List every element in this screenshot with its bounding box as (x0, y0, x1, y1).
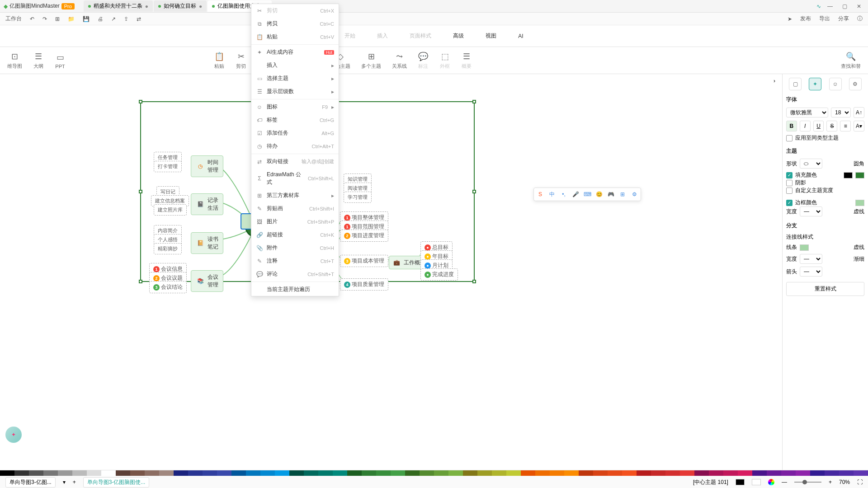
panel-tab-style[interactable]: ▢ (789, 78, 802, 90)
ribbon-boundary[interactable]: ⬚外框 (439, 51, 450, 70)
color-cell[interactable] (535, 470, 550, 476)
leaf-checkin[interactable]: 打卡管理 (154, 161, 182, 172)
bold-button[interactable]: B (786, 121, 797, 131)
fill-color-1[interactable] (844, 172, 853, 178)
publish-button[interactable]: 发布 (798, 14, 813, 23)
menu-item-当前主题开始遍历[interactable]: 当前主题开始遍历 (251, 283, 339, 296)
color-cell[interactable] (391, 470, 405, 476)
minimize-button[interactable]: — (825, 1, 835, 12)
color-cell[interactable] (130, 470, 145, 476)
border-width-select[interactable]: — (800, 206, 822, 216)
color-cell[interactable] (145, 470, 159, 476)
export-icon[interactable]: ↗ (109, 15, 118, 23)
ime-punct-icon[interactable]: •, (559, 190, 568, 199)
leaf-proj-quality[interactable]: 4 项目质量管理 (340, 278, 388, 291)
ribbon-outline[interactable]: ☰大纲 (33, 51, 44, 70)
menu-item-图标[interactable]: ☺图标F9▸ (251, 100, 339, 113)
maximize-button[interactable]: ▢ (839, 1, 850, 12)
align-button[interactable]: ≡ (840, 121, 851, 131)
color-cell[interactable] (564, 470, 579, 476)
menu-item-AI生成内容[interactable]: ✦AI生成内容Hot (251, 46, 339, 59)
color-cell[interactable] (680, 470, 694, 476)
menu-item-插入[interactable]: 插入▸ (251, 59, 339, 72)
leaf-excerpt[interactable]: 精彩摘抄 (154, 243, 182, 254)
sheet-tab-1[interactable]: 单向导图3-亿图... (5, 477, 56, 488)
share-button[interactable]: 分享 (836, 14, 851, 23)
menu-ai[interactable]: AI (514, 31, 527, 41)
color-cell[interactable] (217, 470, 231, 476)
color-cell[interactable] (665, 470, 680, 476)
ribbon-summary[interactable]: ☰概要 (461, 51, 472, 70)
color-cell[interactable] (738, 470, 752, 476)
menu-item-图片[interactable]: 🖼图片Ctrl+Shift+P (251, 215, 339, 228)
menu-start[interactable]: 开始 (341, 30, 359, 42)
color-cell[interactable] (593, 470, 608, 476)
node-time[interactable]: ◷时间 管理 (191, 155, 223, 177)
color-cell[interactable] (116, 470, 130, 476)
menu-insert[interactable]: 插入 (373, 30, 392, 42)
workspace-button[interactable]: 工作台 (4, 14, 24, 23)
color-cell[interactable] (275, 470, 289, 476)
menu-item-添加任务[interactable]: ☑添加任务Alt+G (251, 127, 339, 140)
strike-button[interactable]: S (826, 121, 837, 131)
color-cell[interactable] (289, 470, 304, 476)
menu-advanced[interactable]: 高级 (449, 30, 467, 42)
color-cell[interactable] (781, 470, 796, 476)
panel-collapse-icon[interactable]: › (774, 78, 775, 84)
cloud-sync-icon[interactable]: ∿ (816, 3, 821, 9)
color-cell[interactable] (188, 470, 203, 476)
color-cell[interactable] (637, 470, 651, 476)
color-cell[interactable] (608, 470, 622, 476)
node-meeting[interactable]: 📚会议 管理 (191, 270, 223, 292)
ribbon-mindmap[interactable]: ⊡维导图 (7, 51, 22, 70)
save-icon[interactable]: 💾 (81, 15, 91, 23)
color-cell[interactable] (14, 470, 29, 476)
zoom-out-icon[interactable]: — (782, 479, 787, 485)
menu-item-粘贴[interactable]: 📋粘贴Ctrl+V (251, 30, 339, 43)
color-cell[interactable] (434, 470, 448, 476)
color-cell[interactable] (347, 470, 362, 476)
leaf-meet-result[interactable]: 3 会议结论 (149, 281, 187, 293)
font-size-select[interactable]: 18 (831, 108, 851, 117)
tab-2[interactable]: 如何确立目标● (154, 0, 207, 12)
leaf-proj-progress[interactable]: 2 项目进度管理 (340, 230, 388, 242)
color-cell[interactable] (694, 470, 709, 476)
ime-emoji-icon[interactable]: 😊 (594, 190, 604, 199)
theme-color-2[interactable] (752, 479, 761, 485)
shape-select[interactable]: ⬭ (800, 159, 822, 169)
color-cell[interactable] (477, 470, 492, 476)
resize-handle-mr[interactable] (472, 190, 476, 193)
menu-item-双向链接[interactable]: ⇄双向链接输入@或[[创建 (251, 155, 339, 168)
apply-same-checkbox[interactable] (786, 135, 793, 141)
leaf-study[interactable]: 学习管理 (344, 192, 372, 203)
ribbon-cut[interactable]: ✂剪切 (236, 51, 246, 70)
menu-item-超链接[interactable]: 🔗超链接Ctrl+K (251, 228, 339, 241)
color-cell[interactable] (101, 470, 116, 476)
color-cell[interactable] (622, 470, 637, 476)
theme-wheel-icon[interactable] (768, 479, 774, 485)
color-cell[interactable] (550, 470, 564, 476)
menu-page-style[interactable]: 页面样式 (406, 30, 435, 42)
undo-icon[interactable]: ↶ (28, 15, 36, 23)
color-cell[interactable] (651, 470, 665, 476)
color-palette[interactable] (0, 470, 868, 476)
menu-item-评论[interactable]: 💬评论Ctrl+Shift+T (251, 267, 339, 281)
width-checkbox[interactable] (786, 188, 793, 194)
menu-item-拷贝[interactable]: ⧉拷贝Ctrl+C (251, 17, 339, 30)
ime-settings-icon[interactable]: ⚙ (630, 190, 639, 199)
menu-item-剪贴画[interactable]: ✎剪贴画Ctrl+Shift+I (251, 202, 339, 215)
ribbon-relation[interactable]: ⤳关系线 (392, 51, 407, 70)
border-checkbox[interactable] (786, 200, 793, 206)
print-icon[interactable]: 🖨 (96, 15, 105, 23)
share-icon[interactable]: ⇪ (122, 15, 130, 23)
color-cell[interactable] (767, 470, 781, 476)
color-cell[interactable] (333, 470, 347, 476)
color-cell[interactable] (0, 470, 14, 476)
ribbon-paste[interactable]: 📋粘贴 (214, 51, 225, 70)
menu-item-选择主题[interactable]: ▭选择主题▸ (251, 72, 339, 85)
color-cell[interactable] (506, 470, 521, 476)
sheet-dropdown-icon[interactable]: ▾ (63, 479, 66, 485)
resize-handle-ml[interactable] (139, 190, 142, 193)
color-cell[interactable] (521, 470, 535, 476)
menu-item-第三方素材库[interactable]: ⊞第三方素材库▸ (251, 189, 339, 202)
